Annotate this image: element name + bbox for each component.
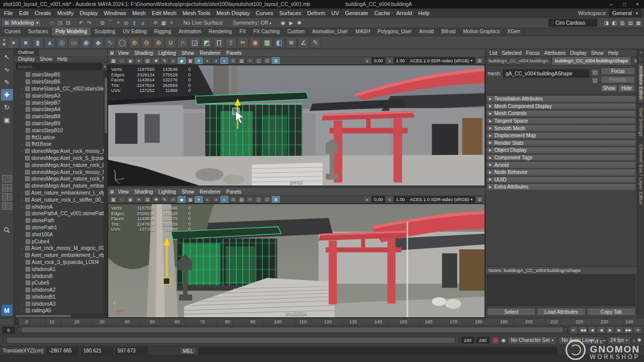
shelf-tab[interactable]: Rendering bbox=[205, 28, 236, 36]
shelf-torus-icon[interactable]: ◎ bbox=[56, 37, 67, 48]
node-name-field[interactable] bbox=[503, 69, 589, 77]
shelf-pipe-icon[interactable]: ◯ bbox=[117, 37, 128, 48]
expand-arrow-icon[interactable]: ◦ bbox=[21, 129, 24, 132]
expand-arrow-icon[interactable]: ◦ bbox=[21, 149, 24, 153]
menu-item[interactable]: Edit bbox=[16, 9, 32, 18]
shelf-tab[interactable]: Surfaces bbox=[25, 28, 52, 36]
menu-item[interactable]: Create bbox=[32, 9, 54, 18]
shelf-menu-icon[interactable]: ▾ bbox=[1, 38, 7, 42]
shaded-icon[interactable]: ◆ bbox=[178, 57, 186, 64]
shelf-tab[interactable]: MASH bbox=[352, 28, 374, 36]
anim-layer-dropdown[interactable]: No Anim Layer▾ bbox=[558, 336, 601, 344]
shelf-tab[interactable]: Animation bbox=[175, 28, 205, 36]
lock-camera-icon[interactable]: ◌ bbox=[118, 57, 126, 64]
shelf-tab[interactable]: Motion Graphics bbox=[460, 28, 504, 36]
colorspace-dropdown[interactable]: ACES 1.0 SDR-video (sRGB)▾ bbox=[407, 196, 475, 203]
outliner-menu-item[interactable]: Help bbox=[55, 56, 70, 62]
playback-end-field[interactable]: 240 bbox=[461, 337, 474, 343]
step-forward-key-button[interactable]: ▶▶ bbox=[624, 326, 633, 333]
outliner-horizontal-scrollbar[interactable] bbox=[14, 314, 107, 318]
attribute-section-header[interactable]: ▶ Extra Attributes bbox=[487, 184, 636, 191]
attribute-editor-menu-item[interactable]: Display bbox=[568, 50, 589, 56]
colorspace-dropdown[interactable]: ACES 1.0 SDR-video (sRGB)▾ bbox=[407, 57, 475, 64]
layout-four-pane-button[interactable] bbox=[2, 184, 12, 192]
tool-settings-toggle-icon[interactable]: ◧ bbox=[610, 19, 618, 27]
outliner-item[interactable]: ◦ stonesMega:Aset_rock_S_tjcpaicda_L bbox=[14, 155, 104, 162]
pan-zoom-icon[interactable]: ✚ bbox=[152, 196, 160, 203]
expand-arrow-icon[interactable]: ◦ bbox=[21, 80, 24, 83]
anti-alias-icon[interactable]: ≡ bbox=[220, 57, 228, 64]
outliner-item[interactable]: ◦ Aset_nature_embankment_L_xfpkee1 bbox=[14, 190, 104, 197]
outliner-item[interactable]: ◦ railingA5 bbox=[14, 307, 104, 314]
quick-search-field[interactable]: ◌ bbox=[548, 19, 597, 27]
channel-box-toggle-icon[interactable]: ▥ bbox=[618, 19, 626, 27]
snap-to-curve-icon[interactable]: ⌒ bbox=[106, 19, 114, 27]
gamma-icon[interactable]: ◑ bbox=[385, 196, 393, 203]
move-tool[interactable]: ✚ bbox=[1, 89, 13, 101]
pane-icon[interactable]: ▦ bbox=[110, 189, 114, 194]
select-camera-icon[interactable]: ▦ bbox=[109, 196, 117, 203]
viewport-menu-item[interactable]: Shading bbox=[132, 189, 155, 195]
attribute-section-header[interactable]: ▶ Mesh Controls bbox=[487, 110, 636, 117]
shadows-icon[interactable]: ◐ bbox=[203, 196, 211, 203]
shelf-tab[interactable]: Curves bbox=[1, 28, 25, 36]
outliner-menu-item[interactable]: Show bbox=[38, 56, 54, 62]
viewport-menu-item[interactable]: Panels bbox=[223, 189, 244, 195]
notes-header[interactable]: Notes: buildingA_CC_v004:buildingAShape bbox=[486, 266, 637, 274]
attribute-editor-toggle-icon[interactable]: ◨ bbox=[602, 19, 610, 27]
mel-command-input[interactable] bbox=[199, 347, 557, 354]
exposure-icon[interactable]: ◐ bbox=[363, 196, 371, 203]
gate-mask-icon[interactable]: ◫ bbox=[255, 57, 263, 64]
select-tool[interactable]: ↖ bbox=[1, 51, 13, 63]
character-set-dropdown[interactable]: No Character Set▾ bbox=[508, 336, 556, 344]
pane-icon[interactable]: ▦ bbox=[110, 50, 114, 55]
outliner-item[interactable]: ◦ ffd1Lattice bbox=[14, 134, 104, 141]
layout-two-pane-button[interactable] bbox=[2, 193, 12, 201]
shelf-plane-icon[interactable]: ▭ bbox=[68, 37, 79, 48]
playback-start-field[interactable]: 0 bbox=[2, 327, 15, 333]
menu-item[interactable]: Generate bbox=[342, 9, 371, 18]
outliner-item[interactable]: ◦ Aset_rock_mossy_M_xisgcic_00_LOD4 bbox=[14, 245, 104, 252]
xray-icon[interactable]: ▧ bbox=[237, 57, 246, 64]
shaded-icon[interactable]: ◆ bbox=[178, 196, 186, 203]
shelf-target-weld-icon[interactable]: ◉ bbox=[250, 37, 261, 48]
outliner-title[interactable]: Outliner bbox=[14, 49, 39, 56]
outliner-item[interactable]: ◦ Aset_nature_rock_L_xisffer_00_LOD4 bbox=[14, 196, 104, 203]
chevron-down-icon[interactable]: ▾ bbox=[104, 65, 106, 69]
step-back-frame-button[interactable]: ◀ bbox=[588, 326, 596, 333]
expand-arrow-icon[interactable]: ◦ bbox=[21, 94, 24, 98]
maya-logo-icon[interactable]: M bbox=[2, 305, 13, 316]
presets-button[interactable]: Presets bbox=[601, 76, 635, 83]
outliner-vertical-scrollbar[interactable] bbox=[104, 71, 107, 314]
numeric-input-label[interactable]: TranslateXYZ(cm): bbox=[3, 348, 45, 353]
outliner-item[interactable]: ◦ stonesMega:Aset_rock_mossy_M_xisg bbox=[14, 168, 104, 175]
node-tab[interactable]: buildingA_CC_v004:buildingA bbox=[486, 57, 552, 65]
expand-arrow-icon[interactable]: ◦ bbox=[21, 73, 24, 76]
outliner-toggle-icon[interactable]: ▤ bbox=[626, 19, 634, 27]
shelf-disc-icon[interactable]: ◉ bbox=[80, 37, 92, 48]
ipr-render-icon[interactable]: ▶ bbox=[287, 19, 295, 27]
panel-tab-vertical[interactable]: Tool Settings bbox=[638, 105, 643, 140]
menu-item[interactable]: Arnold bbox=[393, 9, 415, 18]
save-scene-icon[interactable]: ⊟ bbox=[64, 19, 72, 27]
anti-alias-icon[interactable]: ≡ bbox=[220, 196, 228, 203]
symmetry-dropdown[interactable]: Symmetry: Off ▾ bbox=[230, 20, 274, 26]
menu-item[interactable]: Mesh bbox=[129, 9, 149, 18]
safe-action-icon[interactable]: ⊡ bbox=[263, 196, 271, 203]
animation-preferences-icon[interactable]: ✱ bbox=[637, 337, 641, 343]
outliner-menu-item[interactable]: Display bbox=[16, 56, 37, 62]
attribute-section-header[interactable]: ▶ Node Behavior bbox=[487, 169, 636, 176]
auto-key-button[interactable] bbox=[492, 336, 500, 344]
mel-toggle-button[interactable]: MEL bbox=[180, 347, 197, 354]
hide-button[interactable]: Hide bbox=[618, 84, 635, 92]
lasso-tool[interactable]: ∿ bbox=[1, 64, 13, 75]
footer-button[interactable]: Select bbox=[487, 308, 535, 316]
menu-item[interactable]: Edit Mesh bbox=[149, 9, 180, 18]
outliner-item[interactable]: ◦ stairsStepA3 bbox=[14, 92, 104, 99]
attribute-section-header[interactable]: ▶ Object Display bbox=[487, 147, 636, 154]
outliner-item[interactable]: ◦ stoneStairsA_CC_v002:stairsStepA1 bbox=[14, 85, 104, 93]
expand-arrow-icon[interactable]: ◦ bbox=[21, 253, 24, 257]
expand-arrow-icon[interactable]: ◦ bbox=[21, 205, 24, 209]
snap-to-grid-icon[interactable]: ⊞ bbox=[98, 19, 106, 27]
attribute-editor-menu-item[interactable]: Focus bbox=[524, 50, 541, 56]
